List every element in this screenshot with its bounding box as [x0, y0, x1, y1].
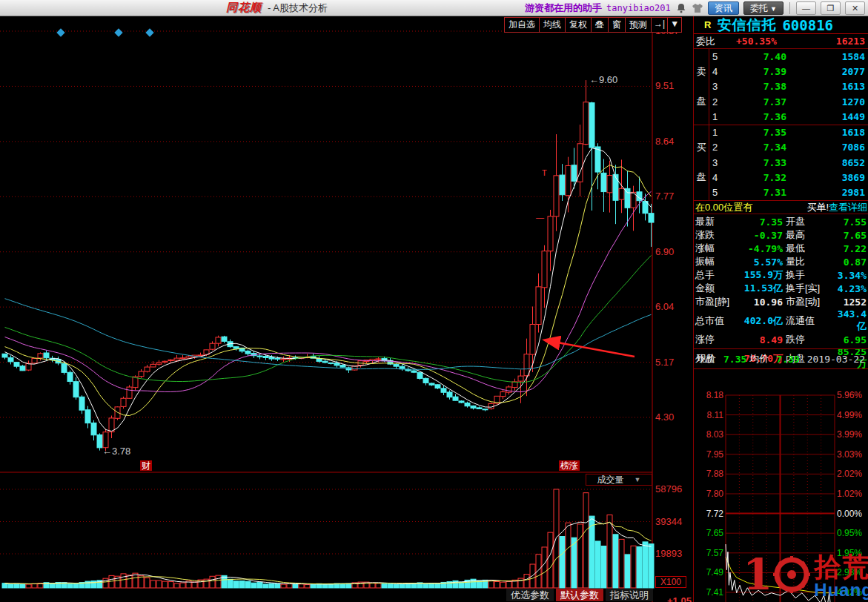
event-badge-cai[interactable]: 财 [140, 460, 152, 471]
svg-text:7.41: 7.41 [706, 587, 724, 598]
volume-indicator-select[interactable]: 成交量 ▼ [586, 474, 652, 486]
tab-2[interactable]: 指标说明 [606, 589, 653, 601]
order-book: 卖盘 买盘 57.40158447.39207737.38161327.3712… [694, 49, 868, 201]
ask-row-4[interactable]: 47.392077 [709, 64, 868, 79]
tshirt-icon[interactable] [692, 2, 703, 14]
bid-row-3[interactable]: 37.338652 [709, 155, 868, 170]
watermark-domain: Huang.CN [814, 581, 868, 599]
toolbar-button-5[interactable]: 预测 [625, 17, 652, 33]
svg-text:2.02%: 2.02% [837, 469, 862, 479]
parameter-tabs: 优选参数默认参数指标说明 [506, 589, 653, 601]
toolbar-jump-button[interactable]: →| [651, 17, 668, 33]
current-price: 7.35 [723, 354, 746, 365]
svg-text:9.51: 9.51 [655, 80, 674, 91]
username[interactable]: tanyibiao201 [606, 3, 671, 13]
stats-row-0: 最新7.35开盘7.55 [694, 215, 868, 228]
svg-text:T: T [542, 168, 547, 177]
svg-text:7.77: 7.77 [655, 191, 674, 202]
quote-panel: R 安信信托 600816 委比 +50.35% 16213 卖盘 买盘 57.… [693, 16, 868, 602]
svg-text:4.99%: 4.99% [837, 410, 862, 420]
svg-text:8.11: 8.11 [707, 410, 724, 420]
svg-text:0.00%: 0.00% [837, 509, 862, 519]
chevron-down-icon: ▼ [635, 476, 641, 483]
svg-text:3.99%: 3.99% [837, 429, 862, 440]
svg-text:7.80: 7.80 [706, 489, 724, 499]
event-badge-bangzhang[interactable]: 榜涨 [559, 460, 580, 471]
position-notice[interactable]: 在0.00位置有 买单! 查看详细 [694, 201, 868, 214]
app-title: - A股技术分析 [268, 1, 328, 15]
stats-grid: 最新7.35开盘7.55涨跌-0.37最高7.65涨幅-4.79%最低7.22振… [694, 215, 868, 347]
stats-row-3: 振幅5.57%量比0.87 [694, 255, 868, 268]
order-book-side-labels: 卖盘 买盘 [694, 49, 709, 200]
sell-label: 卖盘 [694, 49, 709, 125]
stats-row-6: 市盈[静]10.96市盈[动]1252 [694, 295, 868, 308]
bid-row-2[interactable]: 27.347086 [709, 140, 868, 155]
average-price: 7.39 [776, 354, 799, 365]
ask-row-1[interactable]: 17.361449 [709, 109, 868, 124]
svg-text:5.17: 5.17 [655, 357, 674, 368]
gear-icon [772, 555, 811, 594]
svg-text:39344: 39344 [655, 516, 682, 527]
trade-button[interactable]: 委托 ▼ [743, 1, 783, 15]
svg-text:7.65: 7.65 [706, 528, 724, 538]
svg-text:←3.78: ←3.78 [102, 446, 130, 457]
ask-row-3[interactable]: 37.381613 [709, 79, 868, 94]
divider [789, 2, 790, 14]
bid-row-5[interactable]: 57.312981 [709, 185, 868, 200]
watermark-site: 拾荒网 [814, 553, 868, 581]
kline-chart[interactable]: 10.379.518.647.776.906.045.174.305879639… [0, 16, 693, 602]
stats-row-2: 涨幅-4.79%最低7.22 [694, 242, 868, 255]
svg-text:8.18: 8.18 [706, 390, 724, 400]
toolbar-button-1[interactable]: 均线 [539, 17, 566, 33]
svg-text:3.03%: 3.03% [837, 449, 862, 460]
restore-button[interactable]: ❐ [821, 1, 841, 15]
app-logo: 同花顺 [226, 1, 262, 15]
stock-code: 600816 [782, 17, 833, 33]
bid-rows: 17.35161827.34708637.33865247.32386957.3… [709, 125, 868, 201]
volume-unit-label: X100 [655, 576, 686, 588]
stats-row-4: 总手155.9万换手3.34% [694, 268, 868, 282]
ask-row-2[interactable]: 27.371270 [709, 94, 868, 109]
svg-text:1.02%: 1.02% [837, 489, 862, 499]
svg-text:6.04: 6.04 [655, 301, 674, 312]
svg-text:7.95: 7.95 [706, 449, 724, 460]
svg-text:8.03: 8.03 [706, 429, 724, 440]
current-price-row: 现价 7.35 均价 7.39 2019-03-22 [694, 348, 868, 369]
toolbar-button-3[interactable]: 叠 [591, 17, 609, 33]
tab-0[interactable]: 优选参数 [506, 589, 554, 601]
bell-icon[interactable] [675, 2, 687, 14]
bid-row-1[interactable]: 17.351618 [709, 125, 868, 140]
weibi-value: +50.35% [736, 36, 777, 47]
toolbar-button-0[interactable]: 加自选 [504, 17, 540, 33]
corner-value: +1.05 [667, 595, 692, 602]
svg-text:←9.60: ←9.60 [589, 74, 617, 85]
svg-text:8.64: 8.64 [655, 136, 674, 147]
app-window: 同花顺 - A股技术分析 游资都在用的助手 tanyibiao201 资讯 委托… [0, 0, 868, 602]
news-button[interactable]: 资讯 [708, 1, 739, 15]
promo-link[interactable]: 游资都在用的助手 [525, 1, 602, 15]
title-bar: 同花顺 - A股技术分析 游资都在用的助手 tanyibiao201 资讯 委托… [0, 0, 868, 16]
toolbar-button-4[interactable]: 窗 [608, 17, 626, 33]
stats-row-5: 金额11.53亿换手[实]4.23% [694, 282, 868, 295]
weibi-row: 委比 +50.35% 16213 [694, 34, 868, 49]
tab-1[interactable]: 默认参数 [556, 589, 603, 601]
stock-name: 安信信托 [717, 16, 776, 35]
close-button[interactable]: ✕ [845, 1, 865, 15]
stats-row-1: 涨跌-0.37最高7.65 [694, 228, 868, 242]
stats-row-8: 涨停8.49跌停6.95 [694, 333, 868, 346]
svg-text:6.90: 6.90 [655, 246, 674, 257]
ask-row-5[interactable]: 57.401584 [709, 49, 868, 64]
bid-row-4[interactable]: 47.323869 [709, 170, 868, 185]
weibi-diff: 16213 [836, 36, 865, 47]
toolbar-button-2[interactable]: 复权 [565, 17, 592, 33]
buy-label: 买盘 [694, 125, 709, 201]
minimize-button[interactable]: — [796, 1, 816, 15]
toolbar-drop-button[interactable]: ▼ [667, 17, 682, 33]
kline-toolbar: 加自选均线复权叠窗预测→|▼ [505, 17, 682, 33]
svg-text:7.49: 7.49 [706, 567, 724, 578]
r-flag: R [704, 19, 711, 30]
svg-text:—: — [536, 213, 544, 222]
svg-text:0.95%: 0.95% [837, 528, 862, 538]
svg-text:58796: 58796 [655, 483, 682, 494]
trade-date: 2019-03-22 [807, 354, 865, 365]
